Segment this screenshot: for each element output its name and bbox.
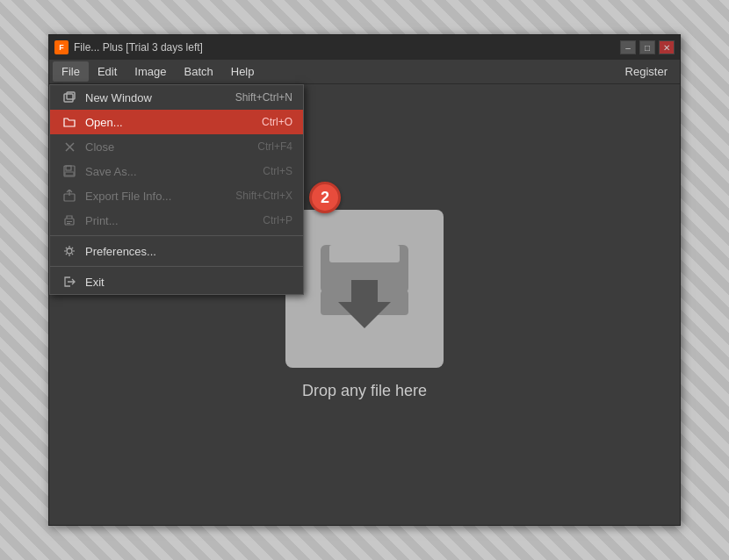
export-shortcut: Shift+Ctrl+X — [235, 190, 292, 202]
close-shortcut: Ctrl+F4 — [257, 140, 292, 153]
maximize-button[interactable]: □ — [639, 40, 655, 54]
exit-label: Exit — [85, 276, 292, 289]
dropdown-new-window[interactable]: New Window Shift+Ctrl+N — [50, 85, 303, 110]
open-label: Open... — [85, 116, 262, 129]
exit-icon — [61, 275, 78, 289]
title-bar: F File... Plus [Trial 3 days left] – □ ✕ — [49, 35, 680, 60]
step-badge-2: 2 — [309, 182, 341, 213]
preferences-label: Preferences... — [85, 245, 292, 258]
svg-rect-5 — [66, 166, 71, 170]
print-shortcut: Ctrl+P — [263, 214, 292, 226]
app-icon: F — [54, 40, 69, 54]
svg-rect-0 — [64, 94, 73, 102]
svg-rect-13 — [329, 245, 400, 262]
print-icon — [61, 213, 78, 227]
separator-1 — [50, 235, 303, 236]
menu-item-file[interactable]: File — [53, 61, 89, 82]
menu-item-image[interactable]: Image — [126, 61, 175, 82]
close-file-icon — [61, 140, 78, 154]
file-dropdown: 2 New Window Shift+Ctrl+N Open... Ctrl+O — [49, 84, 304, 295]
title-bar-left: F File... Plus [Trial 3 days left] — [54, 40, 203, 54]
menu-item-batch[interactable]: Batch — [176, 61, 222, 82]
open-shortcut: Ctrl+O — [262, 116, 292, 128]
close-button[interactable]: ✕ — [659, 40, 675, 54]
save-as-label: Save As... — [85, 165, 263, 178]
print-label: Print... — [85, 214, 263, 227]
dropdown-preferences[interactable]: Preferences... — [50, 239, 303, 263]
drop-zone-icon — [285, 210, 444, 368]
export-icon — [61, 189, 78, 203]
window-title: File... Plus [Trial 3 days left] — [74, 41, 203, 54]
drop-text: Drop any file here — [302, 382, 427, 400]
separator-2 — [50, 266, 303, 267]
preferences-icon — [61, 244, 78, 258]
register-button[interactable]: Register — [617, 61, 676, 82]
export-label: Export File Info... — [85, 190, 235, 203]
svg-rect-9 — [67, 221, 72, 222]
dropdown-exit[interactable]: Exit — [50, 269, 303, 294]
save-as-shortcut: Ctrl+S — [263, 165, 292, 177]
svg-rect-10 — [67, 223, 70, 224]
dropdown-export: Export File Info... Shift+Ctrl+X — [50, 183, 303, 208]
menu-item-help[interactable]: Help — [222, 61, 263, 82]
dropdown-print: Print... Ctrl+P — [50, 208, 303, 233]
save-as-icon — [61, 164, 78, 178]
main-window: F File... Plus [Trial 3 days left] – □ ✕… — [48, 34, 681, 526]
app-icon-letter: F — [59, 43, 64, 52]
window-controls: – □ ✕ — [620, 40, 675, 54]
svg-point-11 — [67, 248, 72, 254]
minimize-button[interactable]: – — [620, 40, 636, 54]
dropdown-open[interactable]: Open... Ctrl+O — [50, 110, 303, 134]
menu-bar: 1 File Edit Image Batch Help Register 2 … — [49, 60, 680, 84]
menu-item-edit[interactable]: Edit — [89, 61, 126, 82]
new-window-shortcut: Shift+Ctrl+N — [235, 91, 292, 104]
close-label: Close — [85, 140, 257, 154]
new-window-label: New Window — [85, 91, 235, 104]
new-window-icon — [61, 90, 78, 104]
dropdown-save-as: Save As... Ctrl+S — [50, 159, 303, 183]
drop-svg — [303, 227, 426, 350]
open-icon — [61, 115, 78, 129]
svg-rect-6 — [65, 172, 74, 176]
dropdown-close: Close Ctrl+F4 — [50, 134, 303, 159]
